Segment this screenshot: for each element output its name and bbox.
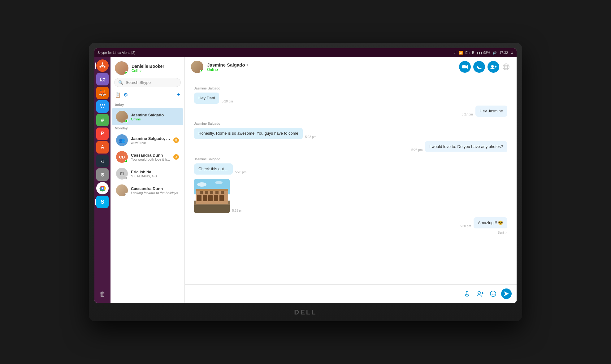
cassandra2-preview: Looking forward to the holidays — [131, 191, 179, 195]
skype-left-panel: Danielle Booker Online 🔍 📋 ⚙ + — [110, 57, 185, 303]
contact-item-group[interactable]: 👥 Jasmine Salgado, Cassan... wow! love i… — [112, 132, 183, 149]
sidebar-item-ubuntu[interactable] — [96, 59, 109, 72]
message-bubble-5: Check this out ... — [194, 163, 233, 175]
chevron-down-icon[interactable]: ▾ — [246, 63, 248, 67]
sidebar-item-skype[interactable]: S — [96, 196, 109, 208]
search-bar[interactable]: 🔍 — [114, 78, 181, 87]
ubuntu-icon — [99, 62, 106, 69]
globe-icon — [502, 63, 510, 71]
sidebar-item-files[interactable]: 🗂 — [96, 73, 109, 85]
send-icon — [504, 291, 509, 296]
sidebar-item-firefox[interactable]: 🦊 — [96, 87, 109, 99]
calc-icon: # — [101, 117, 104, 123]
svg-rect-22 — [197, 195, 202, 201]
clock: 17:32 — [499, 51, 508, 54]
chat-contact-status: Online — [207, 67, 455, 72]
svg-rect-33 — [194, 205, 230, 213]
video-call-button[interactable] — [459, 61, 471, 73]
settings-button[interactable]: ⚙ — [124, 92, 128, 98]
message-time-3: 5:28 pm — [305, 135, 316, 139]
svg-point-8 — [102, 188, 103, 189]
phone-icon — [476, 64, 482, 70]
sidebar-item-impress[interactable]: P — [96, 128, 109, 140]
add-participants-button[interactable] — [488, 61, 499, 73]
message-time-5: 5:28 pm — [235, 171, 246, 174]
svg-point-11 — [491, 65, 494, 67]
search-input[interactable] — [126, 80, 177, 85]
amazon-icon: a — [101, 158, 104, 164]
sender-label-5: Jasmine Salgado — [194, 157, 507, 161]
message-bubble-3: Honestly, Rome is so awesome. You guys h… — [194, 128, 303, 139]
section-monday: Monday — [110, 125, 184, 132]
add-people-button[interactable] — [475, 289, 485, 299]
dell-logo: DELL — [294, 308, 317, 316]
sidebar-item-writer[interactable]: W — [96, 100, 109, 113]
sent-status: Sent ✓ — [194, 231, 507, 234]
cassandra-status-dot — [125, 160, 128, 163]
svg-rect-36 — [466, 291, 468, 295]
eric-avatar: EI — [116, 168, 128, 180]
user-avatar — [115, 61, 128, 75]
add-people-icon — [477, 291, 483, 297]
video-camera-icon — [462, 65, 468, 69]
message-row-4: I would love to. Do you have any photos?… — [194, 141, 507, 152]
svg-point-3 — [104, 66, 106, 68]
svg-point-4 — [99, 66, 101, 68]
software-icon: A — [101, 145, 104, 150]
user-status: Online — [132, 69, 164, 72]
chat-header-actions — [459, 61, 510, 73]
sidebar-item-trash[interactable]: 🗑 — [96, 288, 109, 300]
message-row-1: Hey Dani 5:20 pm — [194, 93, 507, 104]
user-name: Danielle Booker — [132, 64, 164, 69]
sidebar-item-chrome[interactable] — [96, 182, 109, 194]
recent-chats-button[interactable]: 📋 — [115, 92, 121, 98]
chat-contact-name: Jasmine Salgado ▾ — [207, 62, 455, 67]
sidebar-item-software[interactable]: A — [96, 141, 109, 154]
message-photo[interactable] — [194, 179, 230, 213]
chat-header: Jasmine Salgado ▾ Online — [185, 57, 517, 77]
contact-item-eric[interactable]: EI Eric Ishida ST. ALBANS, GB — [112, 165, 183, 182]
emoji-button[interactable] — [488, 289, 498, 299]
message-row-5: Check this out ... 5:28 pm — [194, 163, 507, 175]
photo-time: 5:28 pm — [232, 209, 243, 212]
chat-input-area — [185, 284, 517, 303]
svg-point-41 — [492, 293, 492, 293]
jasmine-name: Jasmine Salgado — [131, 113, 179, 117]
attach-button[interactable] — [462, 289, 472, 299]
message-time-2: 5:27 pm — [462, 113, 473, 116]
check-icon: ✓ — [453, 51, 456, 55]
chrome-icon — [99, 185, 106, 192]
add-contact-button[interactable]: + — [176, 91, 180, 98]
svg-point-42 — [494, 293, 494, 293]
skype-icon: S — [101, 199, 104, 205]
sidebar-item-settings[interactable]: ⚙ — [96, 168, 109, 181]
cassandra-avatar: CD — [116, 151, 128, 163]
cassandra2-status-dot — [125, 193, 128, 196]
settings-icon[interactable]: ⚙ — [510, 51, 514, 55]
contact-item-cassandra2[interactable]: Cassandra Dunn Looking forward to the ho… — [112, 182, 183, 199]
message-row-3: Honestly, Rome is so awesome. You guys h… — [194, 128, 507, 139]
files-icon: 🗂 — [99, 76, 106, 83]
voice-call-button[interactable] — [473, 61, 485, 73]
cassandra-name: Cassandra Dunn — [131, 153, 170, 158]
chat-input[interactable] — [190, 292, 459, 296]
sidebar-item-amazon[interactable]: a — [96, 155, 109, 167]
ubuntu-sidebar: 🗂 🦊 W # P A a — [94, 57, 110, 303]
cassandra-contact-info: Cassandra Dunn You would both love it he… — [131, 153, 170, 161]
chat-area: Jasmine Salgado ▾ Online — [185, 57, 517, 303]
chat-header-info: Jasmine Salgado ▾ Online — [207, 62, 455, 72]
svg-rect-26 — [219, 195, 224, 201]
language-indicator[interactable]: En — [466, 51, 470, 54]
svg-rect-23 — [203, 195, 207, 201]
contact-item-cassandra[interactable]: CD Cassandra Dunn You would both love it… — [112, 149, 183, 165]
svg-marker-10 — [466, 65, 468, 69]
impress-icon: P — [101, 131, 104, 136]
send-button[interactable] — [501, 288, 512, 299]
battery-indicator: ▮▮▮ 98% — [477, 51, 490, 55]
svg-rect-25 — [214, 195, 218, 201]
jasmine-contact-info: Jasmine Salgado Online — [131, 113, 179, 121]
search-icon: 🔍 — [118, 80, 123, 85]
cassandra2-contact-info: Cassandra Dunn Looking forward to the ho… — [131, 186, 179, 195]
contact-item-jasmine-today[interactable]: Jasmine Salgado Online — [112, 108, 183, 125]
sidebar-item-calc[interactable]: # — [96, 114, 109, 126]
